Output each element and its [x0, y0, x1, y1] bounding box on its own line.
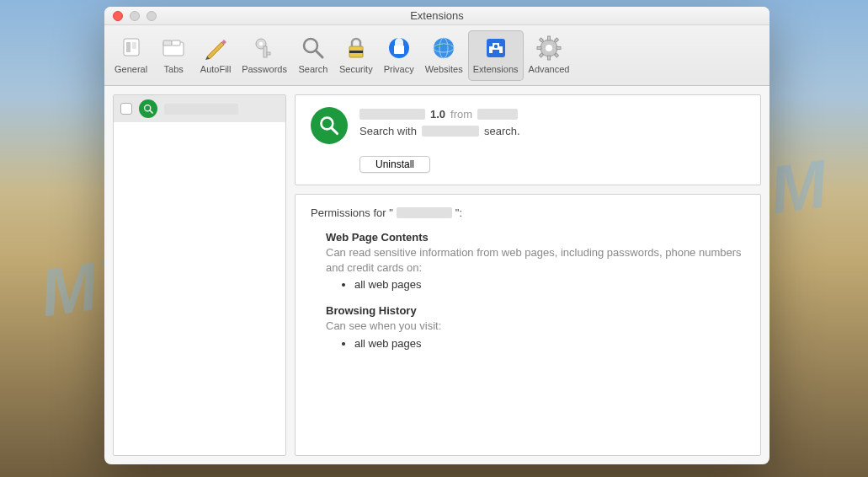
svg-rect-26 [556, 47, 561, 50]
svg-rect-25 [537, 47, 541, 50]
extension-list-item[interactable] [114, 95, 285, 122]
svg-rect-24 [548, 56, 551, 60]
svg-rect-2 [132, 42, 136, 49]
extension-name-redacted [164, 104, 238, 115]
gear-icon [535, 34, 563, 62]
svg-rect-15 [394, 46, 404, 54]
svg-point-20 [493, 45, 497, 48]
permission-bullets: all web pages [354, 278, 745, 291]
tab-extensions[interactable]: Extensions [468, 30, 524, 81]
svg-rect-13 [349, 51, 363, 53]
permissions-panel: Permissions for " ": Web Page Contents C… [295, 194, 761, 456]
privacy-icon [385, 34, 413, 62]
permission-description: Can see when you visit: [326, 319, 745, 334]
svg-point-7 [259, 42, 263, 46]
permission-heading: Browsing History [326, 304, 745, 317]
uninstall-button[interactable]: Uninstall [359, 156, 430, 173]
preferences-window: Extensions General Tabs AutoFill Passwor… [104, 7, 769, 464]
tab-autofill[interactable]: AutoFill [194, 30, 237, 81]
svg-line-32 [149, 110, 152, 112]
svg-rect-8 [264, 46, 267, 57]
autofill-icon [201, 34, 230, 62]
extension-author-redacted [477, 109, 518, 120]
permissions-title: Permissions for " ": [311, 206, 745, 219]
permission-bullets: all web pages [354, 337, 745, 350]
extension-description: Search with search. [359, 124, 745, 137]
extension-version: 1.0 [430, 108, 445, 121]
svg-rect-4 [163, 40, 172, 46]
titlebar: Extensions [104, 7, 769, 25]
permission-section: Web Page Contents Can read sensitive inf… [326, 231, 745, 291]
preferences-toolbar: General Tabs AutoFill Passwords Search [104, 25, 769, 86]
general-icon [117, 34, 146, 62]
redacted [422, 126, 479, 137]
tab-privacy[interactable]: Privacy [378, 30, 420, 81]
svg-rect-30 [540, 53, 544, 57]
tab-websites[interactable]: Websites [420, 30, 468, 81]
svg-rect-1 [126, 42, 130, 52]
extension-icon [139, 99, 157, 118]
tab-security[interactable]: Security [334, 30, 378, 81]
window-title: Extensions [104, 9, 769, 22]
svg-rect-9 [267, 52, 270, 55]
globe-icon [429, 34, 458, 62]
tab-advanced[interactable]: Advanced [524, 30, 575, 81]
tabs-icon [159, 34, 188, 62]
svg-rect-29 [555, 38, 559, 42]
svg-point-22 [546, 45, 552, 51]
svg-line-11 [316, 51, 322, 57]
svg-rect-0 [124, 39, 139, 56]
svg-rect-27 [540, 38, 544, 42]
content-area: 1.0 from Search with search. Uninstall [104, 86, 769, 464]
permission-bullet: all web pages [354, 278, 745, 291]
svg-rect-23 [548, 36, 551, 40]
search-icon [299, 34, 327, 62]
extension-name-redacted [359, 109, 425, 120]
permission-bullet: all web pages [354, 337, 745, 350]
enable-checkbox[interactable] [120, 103, 132, 115]
tab-passwords[interactable]: Passwords [237, 30, 292, 81]
extension-header-panel: 1.0 from Search with search. Uninstall [295, 94, 761, 185]
extensions-list [113, 94, 286, 456]
lock-icon [342, 34, 370, 62]
key-icon [250, 34, 279, 62]
permission-description: Can read sensitive information from web … [326, 245, 745, 275]
tab-tabs[interactable]: Tabs [152, 30, 194, 81]
tab-general[interactable]: General [109, 30, 152, 81]
extension-detail: 1.0 from Search with search. Uninstall [295, 94, 761, 456]
permission-section: Browsing History Can see when you visit:… [326, 304, 745, 350]
extension-large-icon [311, 107, 348, 144]
extension-title-line: 1.0 from [359, 107, 745, 121]
svg-rect-28 [555, 53, 559, 57]
svg-rect-5 [172, 40, 180, 46]
svg-line-34 [332, 128, 338, 134]
permission-heading: Web Page Contents [326, 231, 745, 244]
svg-point-16 [434, 38, 454, 58]
tab-search[interactable]: Search [292, 30, 334, 81]
extensions-icon [482, 34, 510, 62]
redacted [397, 207, 452, 218]
from-label: from [450, 108, 472, 121]
